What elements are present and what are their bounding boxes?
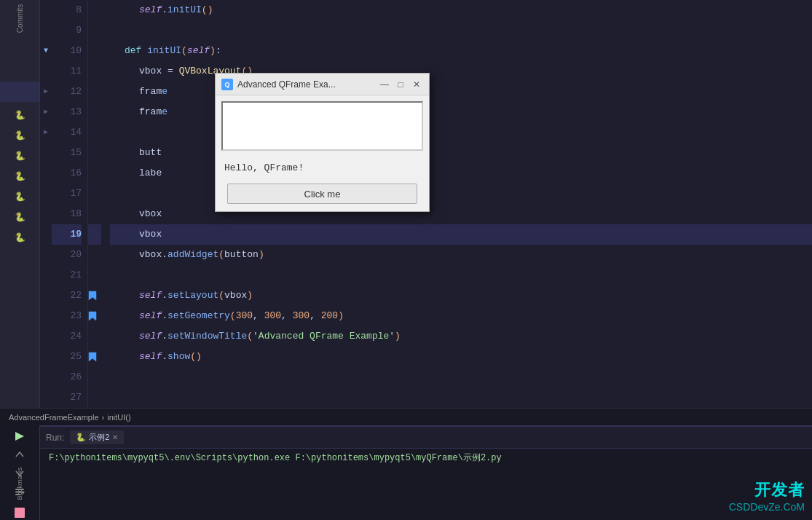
code-line-23: self.setGeometry(300, 300, 300, 200)	[110, 306, 812, 326]
bookmarks-label: Bookmarks	[16, 467, 23, 500]
fold-25[interactable]	[40, 347, 52, 367]
code-line-27	[110, 387, 812, 408]
fold-16[interactable]	[40, 163, 52, 184]
breadcrumb-bar: AdvancedFrameExample › initUI()	[0, 408, 812, 425]
fold-18[interactable]	[40, 204, 52, 224]
dialog-maximize-button[interactable]: □	[394, 78, 407, 91]
breadcrumb-method: initUI()	[107, 413, 130, 422]
code-line-22: self.setLayout(vbox)	[110, 285, 812, 306]
run-tab-name: 示例2	[89, 432, 109, 443]
dialog-titlebar: Q Advanced QFrame Exa... — □ ✕	[216, 74, 429, 95]
bookmark-icon-25	[88, 352, 97, 362]
run-path: F:\pythonitems\mypyqt5\.env\Scripts\pyth…	[49, 452, 803, 465]
gutter-py-2: 🐍	[0, 125, 39, 146]
fold-gutter: ▼ ▶ ▶ ▶	[40, 0, 52, 408]
code-line-9	[110, 20, 812, 41]
gutter-py-3: 🐍	[0, 146, 39, 166]
fold-24[interactable]	[40, 326, 52, 347]
code-line-24: self.setWindowTitle('Advanced QFrame Exa…	[110, 326, 812, 347]
fold-19[interactable]	[40, 224, 52, 245]
fold-13[interactable]: ▶	[40, 102, 52, 122]
commit-label: Commits	[16, 4, 24, 33]
dialog-title: Advanced QFrame Exa...	[237, 79, 374, 90]
run-label: Run:	[46, 433, 64, 443]
fold-14[interactable]: ▶	[40, 122, 52, 143]
code-line-10: def initUI(self):	[110, 41, 812, 61]
code-line-26	[110, 367, 812, 387]
gutter-py-4: 🐍	[0, 166, 39, 186]
dialog-button-area: Click me	[216, 179, 429, 211]
dialog-frame	[221, 101, 423, 151]
bookmark-icon-23	[88, 311, 97, 321]
gutter-row-5	[0, 82, 39, 102]
gutter-row-4	[0, 61, 39, 82]
fold-22[interactable]	[40, 285, 52, 306]
dialog-close-button[interactable]: ✕	[410, 78, 423, 91]
dialog-click-button[interactable]: Click me	[227, 184, 417, 204]
fold-27[interactable]	[40, 387, 52, 408]
fold-20[interactable]	[40, 245, 52, 265]
bookmark-gutter	[88, 0, 101, 408]
run-restart-icon[interactable]	[12, 429, 27, 443]
run-content: F:\pythonitems\mypyqt5\.env\Scripts\pyth…	[40, 449, 812, 520]
breadcrumb-arrow: ›	[102, 413, 105, 422]
gutter-row-3	[0, 41, 39, 61]
run-tab-icon: 🐍	[76, 433, 86, 442]
dialog-body: Hello, QFrame! Click me	[216, 101, 429, 211]
fold-26[interactable]	[40, 367, 52, 387]
run-tabs: Run: 🐍 示例2 ✕	[40, 427, 812, 449]
fold-12[interactable]: ▶	[40, 82, 52, 102]
code-line-25: self.show()	[110, 347, 812, 367]
svg-marker-0	[89, 291, 96, 300]
fold-23[interactable]	[40, 306, 52, 326]
run-tab-item[interactable]: 🐍 示例2 ✕	[70, 430, 124, 444]
dialog-hello-text: Hello, QFrame!	[216, 157, 429, 179]
fold-9[interactable]	[40, 20, 52, 41]
fold-17[interactable]	[40, 184, 52, 204]
line-numbers: 8 9 10 11 12 13 14 15 16 17 18 19 20 21 …	[52, 0, 88, 408]
left-gutter: Commits 🐍 🐍 🐍 🐍 🐍 🐍	[0, 0, 40, 408]
fold-10[interactable]: ▼	[40, 41, 52, 61]
gutter-py-5: 🐍	[0, 186, 39, 207]
gutter-py-6: 🐍	[0, 207, 39, 227]
dialog-minimize-button[interactable]: —	[378, 78, 391, 91]
bookmark-icon-22	[88, 291, 97, 301]
code-line-8: self.initUI()	[110, 0, 812, 20]
dialog-controls: — □ ✕	[378, 78, 423, 91]
scroll-up-icon[interactable]	[12, 447, 27, 461]
code-line-19: vbox	[110, 224, 812, 245]
dialog-window: Q Advanced QFrame Exa... — □ ✕ Hello, QF…	[215, 73, 430, 212]
code-lines: self.initUI() def initUI(self): vbox = Q…	[101, 0, 812, 408]
run-tab-close[interactable]: ✕	[112, 433, 118, 441]
gutter-py-1: 🐍	[0, 105, 39, 125]
code-line-21	[110, 265, 812, 285]
stop-icon[interactable]	[12, 506, 27, 520]
fold-15[interactable]	[40, 143, 52, 163]
svg-marker-1	[89, 312, 96, 320]
fold-21[interactable]	[40, 265, 52, 285]
svg-marker-2	[89, 352, 96, 361]
dialog-app-icon: Q	[221, 79, 233, 90]
run-panel: Run: 🐍 示例2 ✕ F:\pythonitems\mypyqt5\.env…	[40, 425, 812, 520]
gutter-py-7: 🐍	[0, 227, 39, 248]
fold-11[interactable]	[40, 61, 52, 82]
breadcrumb-file: AdvancedFrameExample	[9, 413, 99, 422]
code-line-20: vbox.addWidget(button)	[110, 245, 812, 265]
bottom-left-bar: Bookmarks	[0, 425, 40, 520]
fold-8[interactable]	[40, 0, 52, 20]
bottom-area: Bookmarks Run: 🐍 示例2 ✕ F:\pythonitems\my…	[0, 425, 812, 520]
